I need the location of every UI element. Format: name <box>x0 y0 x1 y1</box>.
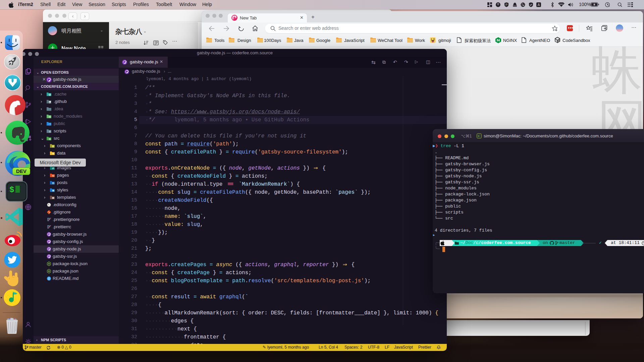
svg-text:$: $ <box>9 185 14 194</box>
svg-text:P: P <box>505 3 507 6</box>
svg-text:A: A <box>538 3 540 7</box>
svg-text:>: > <box>478 135 479 138</box>
